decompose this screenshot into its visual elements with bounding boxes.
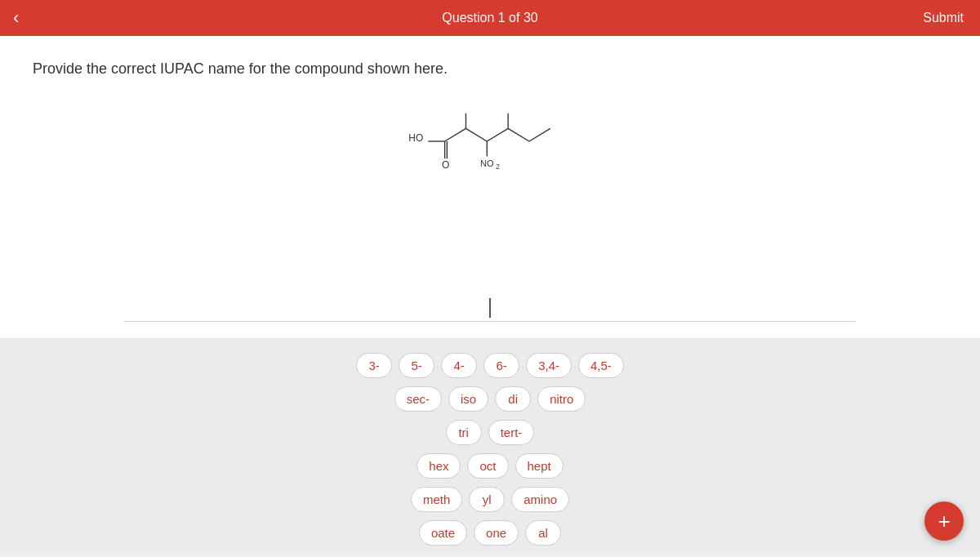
button-row-1: 3- 5- 4- 6- 3,4- 4,5-	[356, 353, 624, 378]
back-button[interactable]: ‹	[13, 7, 19, 29]
btn-4[interactable]: 4-	[441, 353, 477, 378]
header: ‹ Question 1 of 30 Submit	[0, 0, 980, 36]
svg-line-13	[508, 128, 529, 141]
btn-nitro[interactable]: nitro	[537, 386, 586, 412]
btn-tri[interactable]: tri	[446, 420, 482, 445]
btn-hept[interactable]: hept	[515, 453, 564, 479]
svg-line-7	[466, 128, 487, 141]
btn-6[interactable]: 6-	[483, 353, 519, 378]
button-row-3: tri tert-	[446, 420, 535, 445]
btn-amino[interactable]: amino	[511, 487, 569, 512]
svg-text:NO: NO	[480, 158, 494, 168]
btn-45[interactable]: 4,5-	[578, 353, 624, 378]
btn-sec[interactable]: sec-	[394, 386, 442, 412]
btn-3[interactable]: 3-	[356, 353, 392, 378]
svg-line-11	[487, 128, 508, 141]
svg-text:O: O	[442, 159, 449, 171]
svg-text:2: 2	[496, 163, 500, 171]
btn-meth[interactable]: meth	[411, 487, 462, 512]
svg-line-14	[529, 128, 550, 141]
btn-tert[interactable]: tert-	[488, 420, 535, 445]
btn-yl[interactable]: yl	[469, 487, 505, 512]
btn-34[interactable]: 3,4-	[526, 353, 572, 378]
btn-iso[interactable]: iso	[448, 386, 488, 412]
btn-di[interactable]: di	[495, 386, 531, 412]
question-text: Provide the correct IUPAC name for the c…	[33, 60, 448, 78]
submit-button[interactable]: Submit	[923, 11, 964, 25]
button-row-6: oate one al	[419, 520, 561, 546]
answer-underline	[124, 321, 856, 322]
answer-container	[33, 216, 947, 322]
button-row-4: hex oct hept	[416, 453, 563, 479]
svg-text:HO: HO	[408, 132, 423, 144]
btn-one[interactable]: one	[474, 520, 519, 546]
btn-al[interactable]: al	[525, 520, 561, 546]
button-row-5: meth yl amino	[411, 487, 569, 512]
text-cursor	[489, 298, 491, 318]
btn-oate[interactable]: oate	[419, 520, 467, 546]
molecule-display: HO O NO 2	[33, 102, 947, 200]
word-buttons-area: 3- 5- 4- 6- 3,4- 4,5- sec- iso di nitro …	[0, 338, 980, 554]
svg-line-5	[445, 128, 466, 141]
btn-oct[interactable]: oct	[467, 453, 508, 479]
fab-add-button[interactable]: +	[924, 501, 964, 541]
button-row-2: sec- iso di nitro	[394, 386, 586, 412]
btn-hex[interactable]: hex	[416, 453, 461, 479]
question-area: Provide the correct IUPAC name for the c…	[0, 36, 980, 338]
question-counter: Question 1 of 30	[442, 11, 537, 25]
btn-5[interactable]: 5-	[399, 353, 434, 378]
